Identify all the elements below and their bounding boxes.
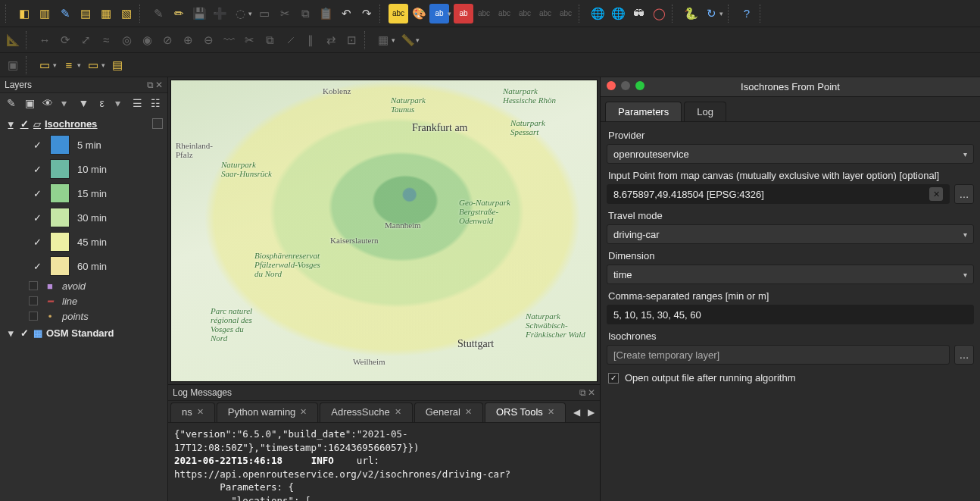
- output-field[interactable]: [Create temporary layer]: [607, 345, 950, 365]
- layout-icon[interactable]: ▤: [76, 4, 95, 23]
- tab-log[interactable]: Log: [684, 102, 726, 121]
- dimension-select[interactable]: time ▾: [607, 265, 974, 284]
- legend-label: 15 min: [77, 188, 107, 199]
- reshape-icon: 〰: [219, 30, 239, 50]
- pen-icon[interactable]: ✎: [55, 4, 75, 23]
- sublayer-line[interactable]: ━ line: [2, 293, 166, 308]
- checkbox-icon[interactable]: ✓: [32, 164, 42, 175]
- filter-legend-icon[interactable]: ▼: [76, 96, 90, 111]
- clear-input-icon[interactable]: ✕: [929, 187, 943, 201]
- collapse-icon[interactable]: ▾: [6, 118, 15, 130]
- collapse-icon[interactable]: ▾: [6, 327, 15, 339]
- filter-expression-icon[interactable]: ε: [95, 96, 109, 111]
- open-project-icon[interactable]: ▥: [35, 4, 55, 23]
- edit-mode-icon: ✎: [148, 4, 168, 23]
- legend-row[interactable]: ✓60 min: [2, 254, 166, 278]
- tab-parameters[interactable]: Parameters: [605, 102, 682, 121]
- close-panel-icon[interactable]: ✕: [588, 387, 595, 398]
- close-icon[interactable]: ✕: [548, 407, 554, 417]
- checkbox-unchecked-icon[interactable]: [29, 281, 38, 290]
- pencil-icon[interactable]: ✏: [169, 4, 189, 23]
- layer-osm-standard[interactable]: ▾ ✓ ▦ OSM Standard: [2, 324, 166, 342]
- output-browse-button[interactable]: …: [954, 345, 974, 365]
- new-project-icon[interactable]: ◧: [14, 4, 34, 23]
- undock-panel-icon[interactable]: ⧉: [579, 387, 586, 398]
- scroll-tabs-right-icon[interactable]: ▶: [585, 407, 598, 418]
- undock-panel-icon[interactable]: ⧉: [147, 80, 154, 90]
- visibility-icon[interactable]: 👁: [41, 96, 55, 111]
- label-abc-yellow-icon[interactable]: abc: [389, 4, 408, 23]
- ors-tools-icon[interactable]: ◯: [649, 4, 669, 23]
- window-zoom-icon[interactable]: [635, 81, 644, 90]
- close-icon[interactable]: ✕: [465, 407, 472, 417]
- log-body[interactable]: {"version":"6.5.0","build_date":"2021-05…: [168, 423, 600, 501]
- help-icon[interactable]: ?: [737, 4, 757, 23]
- legend-row[interactable]: ✓15 min: [2, 181, 166, 205]
- select-by-expr-icon[interactable]: ≡: [59, 55, 79, 75]
- expand-all-icon[interactable]: ☰: [131, 96, 145, 111]
- python-console-icon[interactable]: 🐍: [681, 4, 701, 23]
- close-icon[interactable]: ✕: [197, 407, 204, 417]
- legend-row[interactable]: ✓10 min: [2, 157, 166, 181]
- legend-row[interactable]: ✓5 min: [2, 133, 166, 157]
- checkbox-checked-icon[interactable]: ✓: [608, 373, 619, 384]
- map-park-label: Parc naturel régional des Vosges du Nord: [211, 306, 252, 343]
- checkbox-icon[interactable]: ✓: [32, 261, 42, 272]
- log-tab-ns[interactable]: ns✕: [170, 402, 215, 422]
- checkbox-unchecked-icon[interactable]: [29, 296, 38, 305]
- log-tab-adresssuche[interactable]: AdressSuche✕: [320, 402, 412, 422]
- checkbox-icon[interactable]: ✓: [32, 188, 42, 199]
- scroll-tabs-left-icon[interactable]: ◀: [570, 407, 583, 418]
- merge-icon: ⧉: [260, 30, 279, 50]
- open-after-checkbox[interactable]: ✓ Open output file after running algorit…: [607, 366, 974, 390]
- color-box-icon[interactable]: 🎨: [409, 4, 429, 23]
- window-controls: [607, 81, 644, 90]
- checkbox-icon[interactable]: ✓: [32, 236, 42, 248]
- styling-icon[interactable]: ✎: [5, 96, 18, 111]
- close-icon[interactable]: ✕: [300, 407, 307, 417]
- checkbox-icon[interactable]: ✓: [32, 212, 42, 224]
- close-panel-icon[interactable]: ✕: [155, 80, 163, 90]
- checkbox-unchecked-icon[interactable]: [29, 312, 38, 321]
- globe-add-icon[interactable]: 🌐: [588, 4, 607, 23]
- add-group-icon[interactable]: ▣: [23, 96, 36, 111]
- select-all-icon[interactable]: ▤: [108, 55, 127, 75]
- label-abc-red-icon[interactable]: ab: [454, 4, 473, 23]
- select-by-rect-icon[interactable]: ▭: [35, 55, 55, 75]
- ranges-field[interactable]: 5, 10, 15, 30, 45, 60: [607, 305, 974, 324]
- map-city-label: Stuttgart: [457, 338, 494, 350]
- style-manager-icon[interactable]: ▦: [96, 4, 116, 23]
- sublayer-avoid[interactable]: ■ avoid: [2, 278, 166, 293]
- sublayer-points[interactable]: • points: [2, 308, 166, 324]
- log-tab-python-warning[interactable]: Python warning✕: [217, 402, 319, 422]
- layer-tree[interactable]: ▾ ✓ ▱ Isochrones ✓5 min✓10 min✓15 min✓30…: [0, 113, 167, 501]
- collapse-all-icon[interactable]: ☷: [149, 96, 163, 111]
- deselect-icon[interactable]: ▭: [83, 55, 103, 75]
- refresh-icon[interactable]: ↻: [701, 4, 721, 23]
- window-minimize-icon[interactable]: [621, 81, 630, 90]
- label-abc-blue-icon[interactable]: ab: [429, 4, 449, 23]
- pick-point-button[interactable]: …: [954, 184, 974, 204]
- color-swatch: [50, 208, 70, 227]
- legend-row[interactable]: ✓30 min: [2, 205, 166, 230]
- dimension-label: Dimension: [607, 246, 974, 263]
- checkbox-icon[interactable]: ✓: [32, 139, 42, 151]
- redo-icon[interactable]: ↷: [357, 4, 376, 23]
- map-canvas[interactable]: Koblenz Frankfurt am Mannheim Kaiserslau…: [170, 80, 598, 382]
- log-tab-ors-tools[interactable]: ORS Tools✕: [485, 402, 566, 422]
- checkbox-icon[interactable]: ✓: [19, 327, 30, 339]
- provider-select[interactable]: openrouteservice ▾: [607, 144, 974, 164]
- undo-icon[interactable]: ↶: [336, 4, 356, 23]
- log-tab-general[interactable]: General✕: [414, 402, 483, 422]
- binoculars-icon[interactable]: 🕶: [629, 4, 648, 23]
- globe-search-icon[interactable]: 🌐: [608, 4, 628, 23]
- close-icon[interactable]: ✕: [395, 407, 401, 417]
- project-settings-icon[interactable]: ▧: [117, 4, 136, 23]
- legend-row[interactable]: ✓45 min: [2, 230, 166, 254]
- window-close-icon[interactable]: [607, 81, 616, 90]
- input-point-field[interactable]: 8.675897,49.418504 [EPSG:4326] ✕: [607, 184, 950, 204]
- travel-mode-select[interactable]: driving-car ▾: [607, 224, 974, 244]
- checkbox-icon[interactable]: ✓: [19, 118, 30, 130]
- layer-group-isochrones[interactable]: ▾ ✓ ▱ Isochrones: [2, 114, 166, 133]
- log-panel-header: Log Messages ⧉ ✕: [168, 385, 600, 401]
